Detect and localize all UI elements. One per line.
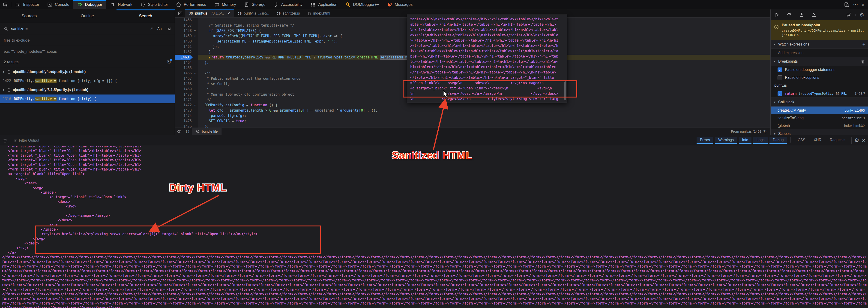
breakpoint-checkbox[interactable]: ✓ bbox=[778, 91, 782, 96]
pretty-print-button[interactable]: {} bbox=[183, 130, 192, 134]
resume-button[interactable] bbox=[774, 12, 779, 17]
exclude-pattern-input[interactable]: e.g. **/node_modules/**,app.js bbox=[0, 46, 175, 57]
watch-expressions-header[interactable]: ▼ Watch expressions + bbox=[771, 40, 868, 49]
panel-tab-outline[interactable]: Outline bbox=[58, 9, 116, 23]
tab-messages[interactable]: Messages bbox=[383, 0, 416, 9]
close-tab-icon[interactable]: ✕ bbox=[227, 11, 230, 16]
paused-line-marker[interactable]: 1463 bbox=[175, 55, 193, 60]
line-number[interactable]: 1465 bbox=[175, 65, 192, 71]
line-number[interactable]: 1464 bbox=[175, 60, 192, 65]
panel-tab-search[interactable]: Search bbox=[117, 9, 175, 23]
filter-warnings[interactable]: Warnings bbox=[715, 137, 737, 144]
pause-option[interactable]: Pause on exceptions bbox=[771, 74, 868, 82]
tab-performance[interactable]: Performance bbox=[172, 0, 210, 9]
filter-errors[interactable]: Errors bbox=[696, 137, 713, 144]
tab-console[interactable]: Console bbox=[43, 0, 73, 9]
result-file-src-purify[interactable]: ▼ajax/libs/dompurify/src/purify.js (1 ma… bbox=[0, 67, 175, 77]
collapse-sidebar-button[interactable] bbox=[175, 9, 185, 17]
tab-storage[interactable]: Storage bbox=[240, 0, 270, 9]
filter-output-input[interactable]: Filter Output bbox=[13, 138, 39, 143]
disable-breakpoints-button[interactable] bbox=[846, 12, 851, 18]
line-number[interactable]: 1469 bbox=[175, 87, 192, 92]
line-number[interactable]: 1458 bbox=[175, 28, 192, 33]
ignore-source-button[interactable] bbox=[175, 129, 183, 134]
checkbox[interactable]: ✓ bbox=[778, 67, 782, 72]
callstack-frame[interactable]: sanitizeToStringsanitizer.js:219 bbox=[771, 114, 868, 122]
clear-console-button[interactable] bbox=[3, 138, 7, 143]
html-file-icon bbox=[307, 11, 311, 16]
tab-debugger[interactable]: Debugger bbox=[73, 0, 106, 9]
tab-accessibility[interactable]: Accessibility bbox=[270, 0, 307, 9]
tab-application[interactable]: Application bbox=[306, 0, 341, 9]
line-number[interactable]: 1460 bbox=[175, 39, 192, 44]
panel-tab-sources[interactable]: Sources bbox=[0, 9, 58, 23]
search-match-row[interactable]: 1316DOMPurify.sanitize = function (dirty… bbox=[0, 94, 175, 103]
match-case-toggle[interactable]: Aa bbox=[157, 27, 162, 31]
meatball-menu-button[interactable]: ⋯ bbox=[853, 2, 858, 7]
filter-info[interactable]: Info bbox=[739, 137, 751, 144]
line-number[interactable]: 1473 bbox=[175, 108, 192, 113]
callstack-header[interactable]: ▼ Call stack bbox=[771, 98, 868, 107]
line-number[interactable]: 1476 bbox=[175, 124, 192, 128]
editor-tab-purify-315[interactable]: JSpurify.js../3.1.5/..✕ bbox=[185, 9, 234, 17]
search-input[interactable]: sanitize = bbox=[11, 27, 28, 31]
console-settings-button[interactable]: ⚙ bbox=[855, 138, 859, 143]
line-number[interactable]: 1468 bbox=[175, 81, 192, 87]
result-file-315-purify[interactable]: ▼ajax/libs/dompurify/3.1.5/purify.js (1 … bbox=[0, 85, 175, 94]
line-number[interactable]: 1459 bbox=[175, 33, 192, 39]
editor-tab-sanitizer[interactable]: JSsanitizer.js bbox=[273, 9, 304, 17]
filter-xhr[interactable]: XHR bbox=[810, 137, 825, 144]
files-exclude-field[interactable]: files to exclude bbox=[0, 35, 175, 46]
line-number[interactable]: 1471 bbox=[175, 97, 192, 103]
project-search-row[interactable]: sanitize = .* Aa bbox=[0, 23, 175, 35]
responsive-mode-button[interactable] bbox=[844, 2, 850, 8]
tooltip-scrollbar[interactable] bbox=[564, 81, 566, 100]
line-number[interactable]: 1466 bbox=[175, 71, 192, 76]
breakpoints-header[interactable]: ▼ Breakpoints bbox=[771, 57, 868, 66]
tab-network[interactable]: Network bbox=[106, 0, 136, 9]
step-in-button[interactable] bbox=[799, 12, 804, 18]
node-picker-button[interactable] bbox=[0, 0, 11, 9]
bundle-file-tab[interactable]: bundle file bbox=[192, 128, 221, 135]
remove-breakpoints-button[interactable] bbox=[861, 59, 865, 64]
add-expression-input[interactable]: Add expression bbox=[771, 49, 868, 57]
callstack-frame[interactable]: (global)index.html:32 bbox=[771, 122, 868, 130]
line-number[interactable]: 1461 bbox=[175, 44, 192, 50]
pause-option[interactable]: ✓Pause on debugger statement bbox=[771, 66, 868, 74]
line-number[interactable]: 1474 bbox=[175, 113, 192, 118]
console-message: </desc> bbox=[0, 218, 868, 223]
breakpoint-source-file[interactable]: purify.js bbox=[771, 82, 868, 89]
line-number[interactable]: 1456 bbox=[175, 18, 192, 23]
tab-domlogger[interactable]: DOMLogger++ bbox=[341, 0, 383, 9]
add-watch-button[interactable]: + bbox=[862, 42, 865, 47]
whole-word-toggle[interactable] bbox=[166, 27, 171, 31]
filter-requests[interactable]: Requests bbox=[827, 137, 848, 144]
scopes-header[interactable]: ▼ Scopes bbox=[771, 130, 868, 135]
line-number[interactable]: 1472 bbox=[175, 103, 192, 108]
callstack-frame[interactable]: createDOMPurifypurify.js:1463 bbox=[771, 107, 868, 114]
regex-toggle[interactable]: .* bbox=[150, 27, 153, 31]
line-number[interactable]: 1475 bbox=[175, 118, 192, 124]
editor-tab-purify-src[interactable]: JSpurify.js../src/.. bbox=[234, 9, 273, 17]
filter-debug[interactable]: Debug bbox=[770, 137, 787, 144]
line-number[interactable]: 1467 bbox=[175, 76, 192, 81]
line-number[interactable]: 1462 bbox=[175, 50, 192, 55]
filter-css[interactable]: CSS bbox=[795, 137, 808, 144]
tab-inspector[interactable]: Inspector bbox=[11, 0, 43, 9]
step-out-button[interactable] bbox=[811, 12, 817, 18]
tab-memory[interactable]: Memory bbox=[210, 0, 240, 9]
tab-style-editor[interactable]: Style Editor bbox=[136, 0, 172, 9]
debugger-settings-button[interactable]: ⚙ bbox=[859, 12, 864, 18]
search-match-row[interactable]: 1422DOMPurify.sanitize = function (dirty… bbox=[0, 77, 175, 85]
line-number[interactable]: 1457 bbox=[175, 23, 192, 28]
step-over-button[interactable] bbox=[786, 12, 792, 18]
breakpoint-entry[interactable]: ✓return trustedTypesPolicy && RE…1463:7 bbox=[771, 89, 868, 98]
filter-logs[interactable]: Logs bbox=[753, 137, 768, 144]
console-output[interactable]: <form target="_blank" title="Open link">… bbox=[0, 146, 868, 308]
editor-tab-index-html[interactable]: index.html bbox=[304, 9, 334, 17]
close-console-button[interactable]: × bbox=[862, 138, 865, 143]
refresh-search-button[interactable]: ↻ bbox=[167, 59, 171, 65]
line-number[interactable]: 1470 bbox=[175, 92, 192, 97]
checkbox[interactable] bbox=[778, 75, 782, 80]
close-devtools-button[interactable]: × bbox=[861, 2, 865, 8]
